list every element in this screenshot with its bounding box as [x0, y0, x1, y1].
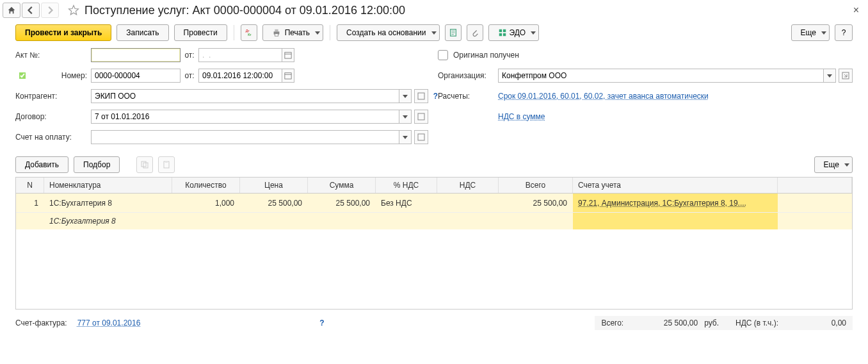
- nds-link[interactable]: НДС в сумме: [498, 112, 545, 121]
- nav-home-button[interactable]: [3, 3, 20, 18]
- chevron-down-icon: [844, 163, 849, 167]
- calendar-button[interactable]: [282, 48, 294, 62]
- counterparty-dropdown[interactable]: [399, 89, 412, 103]
- help-button[interactable]: ?: [835, 24, 853, 41]
- attach-button[interactable]: [467, 24, 483, 41]
- col-n: N: [16, 178, 44, 193]
- page-title: Поступление услуг: Акт 0000-000004 от 09…: [84, 4, 405, 17]
- dtkt-button[interactable]: ДтКт: [241, 24, 257, 41]
- svg-rect-12: [285, 73, 291, 79]
- accounts-cell[interactable]: 97.21, Администрация, 1С:Бухгалтерия 8, …: [573, 194, 778, 212]
- act-no-label: Акт №:: [15, 51, 91, 60]
- counterparty-open[interactable]: [414, 89, 428, 103]
- nds-value: 0,00: [808, 318, 846, 327]
- svg-text:Дт: Дт: [245, 29, 250, 33]
- number-label: Номер:: [33, 71, 91, 80]
- svg-rect-3: [275, 29, 278, 32]
- add-row-button[interactable]: Добавить: [15, 156, 68, 173]
- calendar-button2[interactable]: [282, 69, 294, 83]
- more-button[interactable]: Еще: [791, 24, 830, 41]
- grid-more-button[interactable]: Еще: [814, 156, 853, 173]
- org-open-button[interactable]: [839, 69, 853, 83]
- col-nom: Номенклатура: [44, 178, 172, 193]
- doc-enabled-icon: [15, 69, 29, 83]
- col-price: Цена: [240, 178, 308, 193]
- col-nds: НДС: [437, 178, 499, 193]
- sf-label: Счет-фактура:: [15, 318, 67, 327]
- currency: руб.: [704, 318, 719, 327]
- act-date-input[interactable]: [198, 48, 282, 62]
- svg-rect-15: [418, 113, 424, 120]
- chevron-down-icon: [431, 31, 437, 35]
- col-total: Всего: [499, 178, 573, 193]
- col-vat: % НДС: [376, 178, 437, 193]
- org-input[interactable]: [498, 69, 823, 83]
- contract-input[interactable]: [91, 110, 399, 124]
- calc-label: Расчеты:: [438, 92, 498, 101]
- from-label2: от:: [181, 71, 198, 80]
- svg-rect-10: [285, 53, 291, 58]
- svg-rect-7: [502, 29, 505, 32]
- total-value: 25 500,00: [647, 318, 698, 327]
- paste-icon-button[interactable]: [158, 156, 175, 173]
- counterparty-help[interactable]: ?: [433, 92, 438, 101]
- svg-rect-9: [502, 33, 505, 36]
- total-label: Всего:: [601, 318, 623, 327]
- contract-dropdown[interactable]: [399, 110, 412, 124]
- org-label: Организация:: [438, 71, 498, 80]
- favorite-star-icon[interactable]: [67, 3, 81, 17]
- sf-link[interactable]: 777 от 09.01.2016: [77, 318, 141, 327]
- original-received-label: Оригинал получен: [453, 51, 519, 60]
- post-button[interactable]: Провести: [174, 24, 227, 41]
- chevron-down-icon: [315, 31, 320, 35]
- calc-link[interactable]: Срок 09.01.2016, 60.01, 60.02, зачет ава…: [498, 92, 709, 101]
- invoice-dropdown[interactable]: [399, 130, 412, 144]
- contract-open[interactable]: [414, 110, 428, 124]
- table-row[interactable]: 1 1С:Бухгалтерия 8 1,000 25 500,00 25 50…: [16, 194, 852, 213]
- invoice-open[interactable]: [414, 130, 428, 144]
- items-grid: N Номенклатура Количество Цена Сумма % Н…: [15, 177, 853, 310]
- svg-rect-20: [165, 161, 168, 163]
- col-qty: Количество: [172, 178, 240, 193]
- report-icon-button[interactable]: [445, 24, 462, 41]
- counterparty-input[interactable]: [91, 89, 399, 103]
- svg-rect-16: [418, 134, 424, 140]
- invoice-label: Счет на оплату:: [15, 133, 91, 142]
- svg-rect-8: [499, 33, 501, 36]
- close-button[interactable]: ×: [849, 4, 863, 16]
- col-acc: Счета учета: [573, 178, 778, 193]
- table-row-sub[interactable]: 1С:Бухгалтерия 8: [16, 213, 852, 229]
- svg-rect-4: [275, 34, 278, 37]
- nav-forward-button[interactable]: [41, 3, 59, 18]
- counterparty-label: Контрагент:: [15, 92, 91, 101]
- number-input[interactable]: [91, 69, 181, 83]
- chevron-down-icon: [821, 31, 826, 35]
- original-received-checkbox[interactable]: [438, 50, 448, 60]
- print-button[interactable]: Печать: [262, 24, 323, 41]
- edo-button[interactable]: ЭДО: [488, 24, 540, 41]
- doc-date-input[interactable]: [198, 69, 282, 83]
- nav-back-button[interactable]: [22, 3, 40, 18]
- org-dropdown[interactable]: [823, 69, 836, 83]
- chevron-down-icon: [531, 31, 536, 35]
- create-based-on-button[interactable]: Создать на основании: [337, 24, 440, 41]
- pick-button[interactable]: Подбор: [74, 156, 120, 173]
- svg-text:Кт: Кт: [248, 33, 252, 37]
- copy-icon-button[interactable]: [136, 156, 153, 173]
- sf-help[interactable]: ?: [319, 318, 324, 327]
- contract-label: Договор:: [15, 112, 91, 121]
- act-no-input[interactable]: [91, 48, 181, 62]
- invoice-input[interactable]: [91, 130, 399, 144]
- nds-label: НДС (в т.ч.):: [735, 318, 778, 327]
- from-label: от:: [181, 51, 198, 60]
- svg-rect-6: [499, 29, 501, 32]
- svg-rect-14: [418, 93, 424, 99]
- save-button[interactable]: Записать: [117, 24, 168, 41]
- post-and-close-button[interactable]: Провести и закрыть: [15, 24, 111, 41]
- col-sum: Сумма: [308, 178, 376, 193]
